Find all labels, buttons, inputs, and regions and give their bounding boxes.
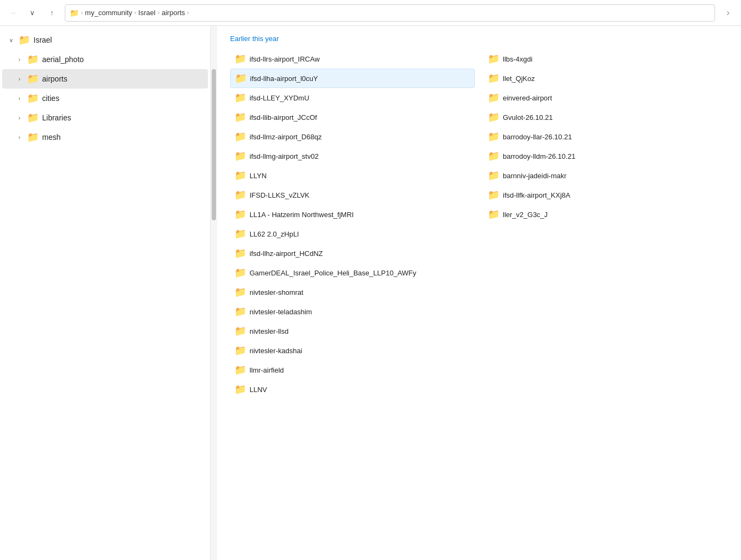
list-item[interactable]: 📁 nivtesler-kadshai bbox=[230, 341, 475, 360]
scroll-track[interactable] bbox=[211, 26, 217, 560]
list-item[interactable]: 📁 LLYN bbox=[230, 166, 475, 185]
folder-icon: 📁 bbox=[27, 73, 39, 85]
sidebar-item-label: Libraries bbox=[42, 113, 71, 122]
breadcrumb-airports[interactable]: airports bbox=[161, 9, 185, 17]
file-name: nivtesler-shomrat bbox=[250, 288, 304, 296]
chevron-right-icon: › bbox=[15, 134, 24, 140]
file-name: barrodoy-llar-26.10.21 bbox=[503, 133, 572, 141]
folder-icon: 📁 bbox=[234, 247, 246, 259]
folder-icon: 📁 bbox=[488, 150, 500, 162]
list-item-selected[interactable]: 📁 ifsd-llha-airport_l0cuY bbox=[230, 69, 475, 88]
list-item[interactable]: 📁 nivtesler-llsd bbox=[230, 321, 475, 341]
folder-icon: 📁 bbox=[488, 111, 500, 123]
list-item[interactable]: 📁 ifsd-llrs-airport_IRCAw bbox=[230, 49, 475, 69]
sidebar: ∨ 📁 Israel › 📁 aerial_photo › 📁 airports… bbox=[0, 26, 211, 560]
file-name: barrodoy-lldm-26.10.21 bbox=[503, 152, 575, 160]
list-item[interactable]: 📁 LL62 2.0_zHpLl bbox=[230, 224, 475, 244]
section-header: Earlier this year bbox=[230, 35, 728, 43]
sidebar-item-mesh[interactable]: › 📁 mesh bbox=[2, 127, 208, 147]
list-item[interactable]: 📁 ifsd-llhz-airport_HCdNZ bbox=[230, 244, 475, 263]
sidebar-item-libraries[interactable]: › 📁 Libraries bbox=[2, 108, 208, 127]
file-name: GamerDEAL_Israel_Police_Heli_Base_LLP10_… bbox=[250, 269, 416, 277]
folder-icon: 📁 bbox=[488, 72, 500, 84]
list-item[interactable]: 📁 barrodoy-lldm-26.10.21 bbox=[483, 146, 728, 166]
list-item[interactable]: 📁 IFSD-LLKS_vZLVK bbox=[230, 185, 475, 205]
forward-icon: → bbox=[10, 9, 17, 17]
file-name: einvered-airport bbox=[503, 94, 552, 102]
folder-icon: 📁 bbox=[27, 131, 39, 143]
sidebar-item-label: aerial_photo bbox=[42, 55, 84, 64]
file-name: LLYN bbox=[250, 172, 267, 180]
folder-icon: 📁 bbox=[234, 345, 246, 356]
sidebar-item-airports[interactable]: › 📁 airports bbox=[2, 69, 208, 89]
file-name: ller_v2_G3c_J bbox=[503, 211, 548, 219]
folder-icon: 📁 bbox=[234, 208, 246, 220]
sidebar-item-aerial-photo[interactable]: › 📁 aerial_photo bbox=[2, 50, 208, 69]
list-item[interactable]: 📁 Gvulot-26.10.21 bbox=[483, 107, 728, 127]
list-item[interactable]: 📁 ifsd-llmg-airport_stv02 bbox=[230, 146, 475, 166]
list-item[interactable]: 📁 ifsd-llib-airport_JCcOf bbox=[230, 107, 475, 127]
list-item[interactable]: 📁 llbs-4xgdi bbox=[483, 49, 728, 69]
folder-icon: 📁 bbox=[234, 383, 246, 395]
breadcrumb-my-community[interactable]: my_community bbox=[85, 9, 132, 17]
sidebar-item-cities[interactable]: › 📁 cities bbox=[2, 89, 208, 108]
list-item[interactable]: 📁 ifsd-llmz-airport_D68qz bbox=[230, 127, 475, 146]
folder-icon: 📁 bbox=[234, 150, 246, 162]
grid-spacer bbox=[483, 321, 728, 341]
scroll-thumb[interactable] bbox=[212, 69, 216, 220]
list-item[interactable]: 📁 barnniv-jadeidi-makr bbox=[483, 166, 728, 185]
folder-icon: 📁 bbox=[234, 131, 246, 143]
list-item[interactable]: 📁 nivtesler-teladashim bbox=[230, 302, 475, 321]
list-item[interactable]: 📁 llet_QjKoz bbox=[483, 69, 728, 88]
file-name: ifsd-llha-airport_l0cuY bbox=[250, 75, 318, 83]
folder-icon: 📁 bbox=[27, 112, 39, 124]
file-name: ifsd-llrs-airport_IRCAw bbox=[250, 55, 320, 63]
folder-icon: 📁 bbox=[234, 306, 246, 318]
chevron-right-icon: › bbox=[15, 96, 24, 102]
grid-spacer bbox=[483, 302, 728, 321]
breadcrumb-israel[interactable]: Israel bbox=[138, 9, 156, 17]
list-item[interactable]: 📁 ller_v2_G3c_J bbox=[483, 205, 728, 224]
file-name: LL1A - Hatzerim Northwest_fjMRI bbox=[250, 211, 354, 219]
file-name: ifsd-llhz-airport_HCdNZ bbox=[250, 249, 323, 258]
chevron-down-icon: ∨ bbox=[6, 37, 15, 43]
list-item[interactable]: 📁 LL1A - Hatzerim Northwest_fjMRI bbox=[230, 205, 475, 224]
sidebar-item-israel[interactable]: ∨ 📁 Israel bbox=[2, 30, 208, 50]
chevron-right-icon: › bbox=[15, 57, 24, 63]
grid-spacer bbox=[483, 224, 728, 244]
file-list: Earlier this year 📁 ifsd-llrs-airport_IR… bbox=[217, 26, 741, 560]
address-chevron-4: › bbox=[187, 10, 189, 16]
window-controls: › bbox=[719, 4, 737, 22]
grid-spacer bbox=[483, 282, 728, 302]
sidebar-item-label: mesh bbox=[42, 133, 60, 141]
sidebar-item-label: airports bbox=[42, 75, 68, 83]
up-button[interactable]: ↑ bbox=[43, 4, 60, 22]
forward-button[interactable]: → bbox=[4, 4, 22, 22]
folder-icon: 📁 bbox=[234, 228, 246, 240]
folder-icon: 📁 bbox=[27, 53, 39, 65]
file-name: ifsd-LLEY_XYDmU bbox=[250, 94, 309, 102]
sidebar-item-label: cities bbox=[42, 94, 59, 103]
address-chevron-1: › bbox=[81, 10, 83, 16]
chevron-down-icon: ∨ bbox=[30, 9, 35, 17]
list-item[interactable]: 📁 GamerDEAL_Israel_Police_Heli_Base_LLP1… bbox=[230, 263, 475, 282]
file-name: IFSD-LLKS_vZLVK bbox=[250, 191, 309, 199]
grid-spacer bbox=[483, 244, 728, 263]
file-name: llet_QjKoz bbox=[503, 75, 535, 83]
list-item[interactable]: 📁 barrodoy-llar-26.10.21 bbox=[483, 127, 728, 146]
files-grid: 📁 ifsd-llrs-airport_IRCAw 📁 llbs-4xgdi 📁… bbox=[230, 49, 728, 399]
grid-spacer bbox=[483, 360, 728, 380]
list-item[interactable]: 📁 ifsd-LLEY_XYDmU bbox=[230, 88, 475, 107]
list-item[interactable]: 📁 LLNV bbox=[230, 380, 475, 399]
list-item[interactable]: 📁 ifsd-llfk-airport_KXj8A bbox=[483, 185, 728, 205]
file-name: llbs-4xgdi bbox=[503, 55, 533, 63]
list-item[interactable]: 📁 llmr-airfield bbox=[230, 360, 475, 380]
list-item[interactable]: 📁 nivtesler-shomrat bbox=[230, 282, 475, 302]
recent-button[interactable]: ∨ bbox=[24, 4, 41, 22]
chevron-right-icon: › bbox=[726, 7, 730, 18]
folder-icon: 📁 bbox=[234, 325, 246, 337]
list-item[interactable]: 📁 einvered-airport bbox=[483, 88, 728, 107]
file-name: ifsd-llmg-airport_stv02 bbox=[250, 152, 319, 160]
folder-icon: 📁 bbox=[235, 72, 247, 84]
address-bar[interactable]: 📁 › my_community › Israel › airports › bbox=[65, 4, 715, 22]
